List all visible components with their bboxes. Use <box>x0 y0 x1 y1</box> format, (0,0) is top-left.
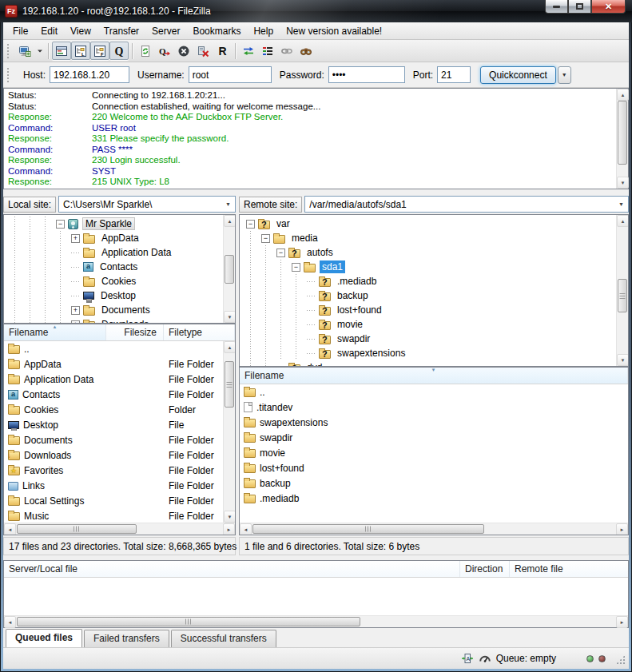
scroll-left-button[interactable]: ◄ <box>4 616 16 628</box>
local-tree-item-cookies[interactable]: Cookies <box>7 274 223 288</box>
column-header-filetype[interactable]: Filetype <box>164 324 235 340</box>
site-manager-dropdown-button[interactable] <box>34 42 45 60</box>
port-input[interactable] <box>437 66 471 83</box>
filter-listings-button[interactable] <box>258 42 277 60</box>
expand-icon[interactable]: + <box>71 320 80 324</box>
column-header-filesize[interactable]: Filesize <box>106 324 164 340</box>
remote-file-row-mediadb[interactable]: .mediadb <box>240 491 628 506</box>
remote-tree-item-dvd[interactable]: dvd <box>243 360 616 366</box>
scroll-up-button[interactable]: ▲ <box>224 215 236 227</box>
local-file-row-application-data[interactable]: Application DataFile Folder <box>4 372 223 387</box>
disconnect-button[interactable] <box>193 42 213 60</box>
local-file-row-appdata[interactable]: AppDataFile Folder <box>4 356 223 372</box>
local-file-row-favorites[interactable]: FavoritesFile Folder <box>4 463 223 478</box>
scroll-thumb[interactable] <box>225 255 234 284</box>
local-file-row-music[interactable]: MusicFile Folder <box>4 508 223 523</box>
synchronized-browsing-button[interactable] <box>277 42 296 60</box>
column-header-server-local-file[interactable]: Server/Local file <box>4 561 460 577</box>
expand-icon[interactable]: + <box>71 306 80 315</box>
message-log-scrollbar[interactable]: ▲▼ <box>616 89 628 189</box>
menu-item-transfer[interactable]: Transfer <box>97 23 145 39</box>
remote-tree-item-backup[interactable]: backup <box>243 288 616 303</box>
quickconnect-dropdown-button[interactable]: ▼ <box>558 66 571 84</box>
menu-item-help[interactable]: Help <box>247 23 280 39</box>
menu-item-view[interactable]: View <box>64 23 97 39</box>
local-file-row-cookies[interactable]: CookiesFolder <box>4 402 223 417</box>
resize-grip[interactable] <box>615 654 626 665</box>
menu-item-file[interactable]: File <box>6 23 34 39</box>
menu-item-edit[interactable]: Edit <box>34 23 64 39</box>
directory-comparison-button[interactable] <box>239 42 258 60</box>
scroll-thumb[interactable] <box>252 524 484 534</box>
local-file-row-downloads[interactable]: DownloadsFile Folder <box>4 447 223 463</box>
remote-tree-item-swapextensions[interactable]: swapextensions <box>243 346 616 360</box>
remote-site-combobox[interactable]: /var/media/autofs/sda1 ▼ <box>304 196 629 213</box>
collapse-icon[interactable]: − <box>56 220 65 229</box>
maximize-button[interactable] <box>568 0 591 14</box>
menu-item-new-version-available[interactable]: New version available! <box>280 23 388 39</box>
speed-limit-icon[interactable] <box>479 652 491 665</box>
host-input[interactable] <box>50 66 129 83</box>
tab-successful-transfers[interactable]: Successful transfers <box>171 630 276 647</box>
local-list-hscrollbar[interactable]: ◄► <box>4 523 235 535</box>
username-input[interactable] <box>189 66 272 83</box>
toolbar-grip[interactable] <box>7 44 11 58</box>
quickconnect-grip[interactable] <box>7 68 11 82</box>
column-header-direction[interactable]: Direction <box>460 561 510 577</box>
local-site-combobox[interactable]: C:\Users\Mr Sparkle\ ▼ <box>58 196 236 213</box>
remote-tree-item-mediadb[interactable]: .mediadb <box>243 274 616 288</box>
local-list-scrollbar[interactable]: ▲▼ <box>223 341 235 523</box>
remote-file-row-titandev[interactable]: .titandev <box>240 400 628 415</box>
chevron-down-icon[interactable]: ▼ <box>225 201 231 207</box>
scroll-down-button[interactable]: ▼ <box>617 177 629 189</box>
scroll-up-button[interactable]: ▲ <box>617 215 629 227</box>
title-bar[interactable]: Fz 192.168.1.20 - root@192.168.1.20 - Fi… <box>0 0 632 22</box>
remote-tree-item-movie[interactable]: movie <box>243 317 616 332</box>
scroll-down-button[interactable]: ▼ <box>224 311 236 323</box>
collapse-icon[interactable]: − <box>246 220 255 229</box>
local-file-row-desktop[interactable]: DesktopFile <box>4 417 223 432</box>
transfer-type-icon[interactable]: A <box>461 652 474 665</box>
local-tree-item-contacts[interactable]: Contacts <box>7 260 223 274</box>
process-queue-button[interactable]: Q <box>155 42 174 60</box>
remote-file-row-[interactable]: .. <box>240 384 628 400</box>
column-header-filename[interactable]: Filename▲ <box>4 324 106 340</box>
scroll-right-button[interactable]: ► <box>616 616 628 628</box>
remote-file-row-swapextensions[interactable]: swapextensions <box>240 415 628 430</box>
minimize-button[interactable] <box>545 0 568 14</box>
scroll-down-button[interactable]: ▼ <box>224 511 235 523</box>
find-files-button[interactable] <box>296 42 316 60</box>
local-tree-item-downloads[interactable]: +Downloads <box>7 317 223 323</box>
toggle-message-log-button[interactable] <box>52 42 71 60</box>
scroll-thumb[interactable] <box>17 617 360 626</box>
scroll-thumb[interactable] <box>618 279 627 312</box>
remote-file-row-backup[interactable]: backup <box>240 475 628 491</box>
remote-file-row-swapdir[interactable]: swapdir <box>240 430 628 445</box>
remote-tree-item-autofs[interactable]: −autofs <box>243 245 616 260</box>
local-tree-item-application-data[interactable]: Application Data <box>7 245 223 260</box>
expand-icon[interactable]: + <box>71 234 80 243</box>
scroll-down-button[interactable]: ▼ <box>617 354 629 366</box>
menu-item-bookmarks[interactable]: Bookmarks <box>186 23 247 39</box>
collapse-icon[interactable]: − <box>276 249 285 257</box>
remote-tree-item-var[interactable]: −var <box>243 217 616 231</box>
scroll-thumb[interactable] <box>17 524 137 534</box>
local-file-row-local-settings[interactable]: Local SettingsFile Folder <box>4 493 223 508</box>
remote-file-row-lost-found[interactable]: lost+found <box>240 460 628 475</box>
local-tree-item-mr-sparkle[interactable]: −Mr Sparkle <box>7 217 223 231</box>
scroll-up-button[interactable]: ▲ <box>224 341 235 353</box>
chevron-down-icon[interactable]: ▼ <box>618 201 624 207</box>
scroll-thumb[interactable] <box>225 361 234 408</box>
scroll-left-button[interactable]: ◄ <box>240 523 252 535</box>
close-button[interactable]: ✕ <box>591 0 626 14</box>
toggle-remote-tree-button[interactable]: F <box>90 42 109 60</box>
remote-tree-item-sda1[interactable]: −sda1 <box>243 260 616 274</box>
scroll-right-button[interactable]: ► <box>616 523 628 535</box>
cancel-button[interactable] <box>174 42 193 60</box>
local-file-row-documents[interactable]: DocumentsFile Folder <box>4 432 223 447</box>
local-file-row-links[interactable]: LinksFile Folder <box>4 478 223 493</box>
remote-list-hscrollbar[interactable]: ◄► <box>240 523 628 535</box>
toggle-local-tree-button[interactable]: L <box>71 42 90 60</box>
local-tree-item-documents[interactable]: +Documents <box>7 303 223 317</box>
tab-failed-transfers[interactable]: Failed transfers <box>84 630 169 647</box>
